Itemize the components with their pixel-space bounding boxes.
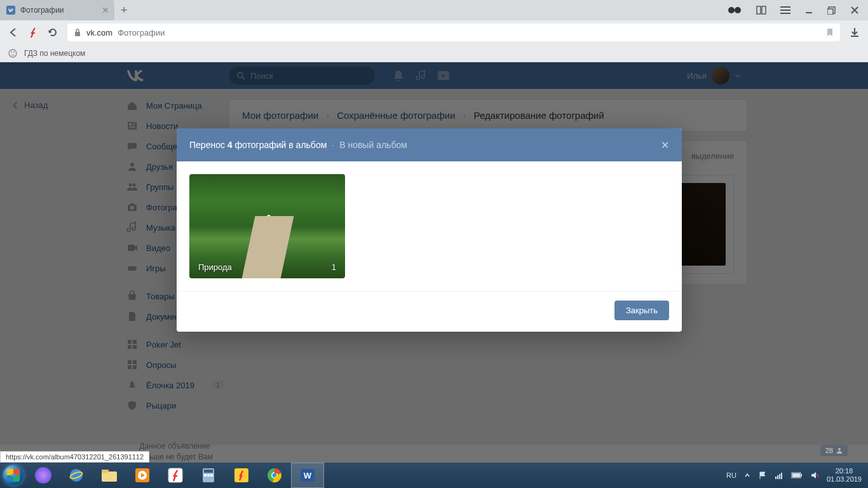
person-icon bbox=[836, 447, 843, 454]
svg-rect-14 bbox=[75, 32, 80, 36]
svg-rect-52 bbox=[204, 470, 213, 473]
maximize-icon[interactable] bbox=[827, 6, 836, 15]
tray-lang[interactable]: RU bbox=[726, 471, 736, 479]
taskbar-word[interactable]: W bbox=[291, 463, 324, 488]
svg-point-17 bbox=[13, 51, 15, 53]
svg-rect-62 bbox=[775, 477, 776, 479]
svg-rect-5 bbox=[762, 6, 766, 14]
browser-address-bar: vk.com Фотографии bbox=[0, 20, 868, 44]
window-close-icon[interactable] bbox=[850, 6, 859, 15]
taskbar-wmp[interactable] bbox=[126, 463, 159, 488]
svg-point-43 bbox=[838, 448, 841, 451]
modal-close-icon[interactable]: ✕ bbox=[661, 139, 669, 151]
new-tab-button[interactable]: + bbox=[114, 4, 134, 17]
taskbar-chrome[interactable] bbox=[258, 463, 291, 488]
address-field[interactable]: vk.com Фотографии bbox=[67, 24, 840, 41]
reload-button[interactable] bbox=[47, 27, 58, 38]
tray-network-icon[interactable] bbox=[775, 471, 783, 479]
svg-rect-67 bbox=[792, 473, 800, 477]
collections-icon[interactable] bbox=[756, 5, 766, 15]
svg-line-69 bbox=[817, 473, 818, 477]
modal-title: Перенос 4 фотографий в альбом bbox=[189, 140, 327, 150]
album-name: Природа bbox=[198, 262, 232, 272]
lock-icon bbox=[74, 28, 81, 37]
svg-rect-63 bbox=[777, 475, 778, 479]
yandex-home-button[interactable] bbox=[28, 27, 38, 38]
svg-rect-68 bbox=[801, 474, 802, 477]
album-count: 1 bbox=[332, 262, 336, 272]
svg-rect-54 bbox=[207, 474, 210, 477]
bookmark-bar: ГДЗ по немецком bbox=[0, 44, 868, 62]
arrow-right-icon bbox=[252, 213, 283, 238]
menu-icon[interactable] bbox=[780, 6, 790, 15]
windows-taskbar: W RU 20:18 01.03.2019 bbox=[0, 463, 868, 488]
taskbar-yandex-search[interactable] bbox=[225, 463, 258, 488]
svg-rect-46 bbox=[102, 471, 117, 482]
taskbar-calc[interactable] bbox=[192, 463, 225, 488]
system-tray: RU 20:18 01.03.2019 bbox=[720, 467, 868, 484]
taskbar-ie[interactable] bbox=[60, 463, 93, 488]
svg-rect-11 bbox=[827, 9, 833, 15]
modal-header: Перенос 4 фотографий в альбом · В новый … bbox=[177, 128, 682, 161]
vk-favicon bbox=[6, 6, 15, 15]
download-icon[interactable] bbox=[849, 27, 860, 38]
start-button[interactable] bbox=[0, 463, 27, 488]
vk-notif-counter[interactable]: 28 bbox=[820, 445, 848, 456]
new-album-link[interactable]: В новый альбом bbox=[339, 140, 407, 150]
taskbar-explorer[interactable] bbox=[93, 463, 126, 488]
url-title: Фотографии bbox=[118, 28, 165, 37]
browser-toolbar-right bbox=[727, 5, 868, 15]
bookmark-icon[interactable] bbox=[826, 28, 834, 37]
album-card[interactable]: Природа 1 bbox=[189, 174, 345, 278]
taskbar-yandex[interactable] bbox=[159, 463, 192, 488]
svg-point-15 bbox=[9, 50, 17, 57]
browser-tab-strip: Фотографии ✕ + bbox=[0, 0, 868, 20]
tab-title: Фотографии bbox=[20, 6, 64, 15]
status-bar-url: https://vk.com/album470312201_261391112 bbox=[0, 451, 149, 463]
browser-tab[interactable]: Фотографии ✕ bbox=[0, 0, 114, 20]
back-button[interactable] bbox=[8, 27, 19, 38]
tray-time: 20:18 bbox=[827, 467, 862, 475]
svg-rect-53 bbox=[204, 474, 207, 477]
move-photos-modal: Перенос 4 фотографий в альбом · В новый … bbox=[177, 128, 682, 332]
tab-close-icon[interactable]: ✕ bbox=[102, 5, 109, 15]
tray-arrow-icon[interactable] bbox=[744, 472, 750, 478]
svg-rect-47 bbox=[102, 470, 109, 473]
svg-rect-3 bbox=[734, 10, 735, 11]
taskbar-cortana[interactable] bbox=[27, 463, 60, 488]
incognito-icon[interactable] bbox=[727, 6, 742, 15]
tray-sound-icon[interactable] bbox=[810, 471, 819, 480]
svg-point-1 bbox=[728, 7, 735, 13]
close-button[interactable]: Закрыть bbox=[614, 301, 669, 320]
tray-clock[interactable]: 20:18 01.03.2019 bbox=[827, 467, 862, 484]
minimize-icon[interactable] bbox=[804, 6, 813, 15]
tray-flag-icon[interactable] bbox=[758, 471, 767, 480]
svg-point-16 bbox=[11, 51, 12, 53]
smile-icon[interactable] bbox=[8, 48, 18, 58]
url-domain: vk.com bbox=[86, 28, 112, 37]
notif-count: 28 bbox=[825, 447, 833, 454]
svg-rect-4 bbox=[757, 6, 761, 14]
tray-date: 01.03.2019 bbox=[827, 475, 862, 484]
bookmark-item[interactable]: ГДЗ по немецком bbox=[24, 49, 85, 58]
svg-point-2 bbox=[735, 7, 741, 13]
svg-rect-55 bbox=[210, 474, 213, 477]
svg-rect-65 bbox=[781, 473, 782, 479]
svg-text:W: W bbox=[304, 471, 312, 480]
svg-rect-64 bbox=[779, 474, 780, 479]
tray-battery-icon[interactable] bbox=[791, 472, 803, 478]
